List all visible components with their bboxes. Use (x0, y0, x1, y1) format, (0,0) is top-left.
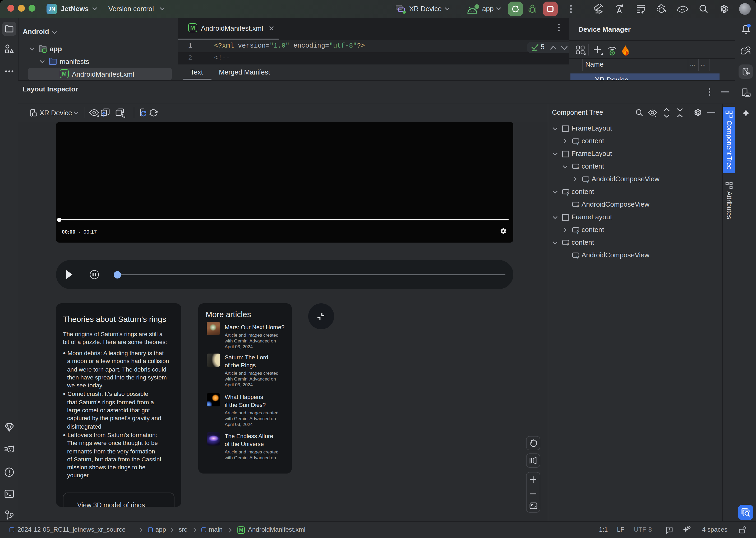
svg-text:?: ? (576, 141, 579, 145)
svg-text:?: ? (576, 255, 579, 259)
svg-text:?: ? (586, 179, 589, 184)
svg-text:?: ? (576, 166, 579, 171)
svg-text:?: ? (566, 191, 569, 196)
svg-text:?: ? (576, 204, 579, 209)
svg-text:?: ? (566, 242, 569, 247)
svg-text:?: ? (576, 230, 579, 234)
